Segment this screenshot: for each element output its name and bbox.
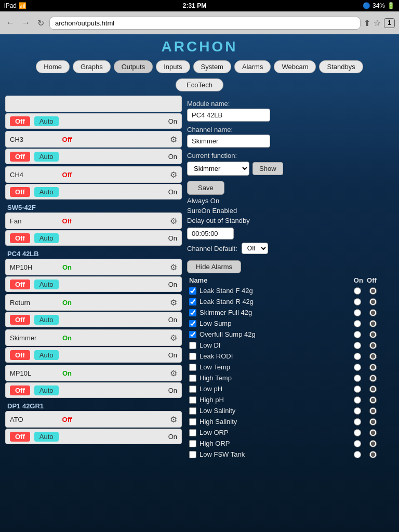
url-bar[interactable]: archon/outputs.html [49,17,361,30]
function-select[interactable]: Skimmer Return MP10H MP10L Fan ATO [187,162,249,176]
nav-home[interactable]: Home [36,60,70,73]
ctrl-off-return[interactable]: Off [10,315,30,325]
mp10h-gear-icon[interactable]: ⚙ [170,262,177,272]
fan-gear-icon[interactable]: ⚙ [170,216,177,226]
alarm-checkbox-1[interactable] [189,298,196,305]
alarm-off-radio-11[interactable] [369,407,377,415]
alarm-checkbox-0[interactable] [189,287,196,295]
ctrl-auto-ch3[interactable]: Auto [34,152,59,162]
alarm-off-radio-5[interactable] [369,342,377,349]
alarm-off-radio-10[interactable] [369,396,377,404]
ctrl-off-ch3[interactable]: Off [10,152,30,162]
alarm-on-radio-10[interactable] [354,396,361,404]
back-button[interactable]: ← [4,17,17,29]
ctrl-auto-return[interactable]: Auto [34,315,59,325]
module-name-input[interactable] [187,109,270,122]
alarm-on-radio-3[interactable] [354,320,361,327]
tab-count[interactable]: 1 [384,18,395,28]
alarm-on-radio-7[interactable] [354,364,361,371]
return-gear-icon[interactable]: ⚙ [170,298,177,308]
ctrl-off-fan[interactable]: Off [10,233,30,243]
alarm-off-radio-0[interactable] [369,287,377,295]
nav-webcam[interactable]: Webcam [274,60,316,73]
alarm-off-radio-6[interactable] [369,353,377,360]
alarm-checkbox-3[interactable] [189,320,196,327]
ctrl-on-ato[interactable]: On [168,433,177,441]
mp10l-gear-icon[interactable]: ⚙ [170,368,177,378]
skimmer-gear-icon[interactable]: ⚙ [170,333,177,343]
ctrl-off-skimmer[interactable]: Off [10,350,30,360]
nav-alarms[interactable]: Alarms [234,60,271,73]
bookmark-button[interactable]: ☆ [374,18,381,28]
alarm-on-radio-9[interactable] [354,385,361,393]
alarm-checkbox-8[interactable] [189,375,196,382]
ctrl-auto-mp10h[interactable]: Auto [34,280,59,289]
alarm-off-radio-2[interactable] [369,309,377,316]
nav-system[interactable]: System [193,60,231,73]
channel-name-input[interactable] [187,135,270,148]
alarm-on-radio-14[interactable] [354,440,361,447]
ctrl-off-mp10h[interactable]: Off [10,280,30,289]
reload-button[interactable]: ↻ [35,17,46,29]
ctrl-auto-0[interactable]: Auto [34,116,59,126]
show-button[interactable]: Show [252,162,283,175]
forward-button[interactable]: → [20,17,32,29]
alarm-on-radio-13[interactable] [354,429,361,436]
delay-time-input[interactable] [187,228,234,240]
alarm-on-radio-15[interactable] [354,451,361,458]
nav-standbys[interactable]: Standbys [319,60,363,73]
nav-graphs[interactable]: Graphs [73,60,111,73]
alarm-on-radio-1[interactable] [354,298,361,305]
alarm-off-radio-13[interactable] [369,429,377,436]
alarm-checkbox-12[interactable] [189,418,196,425]
alarm-on-radio-2[interactable] [354,309,361,316]
alarm-off-radio-12[interactable] [369,418,377,425]
ctrl-off-ch4[interactable]: Off [10,187,30,197]
alarm-off-radio-15[interactable] [369,451,377,458]
ctrl-on-ch4[interactable]: On [168,188,177,196]
alarm-checkbox-14[interactable] [189,440,196,447]
ctrl-auto-ato[interactable]: Auto [34,432,59,442]
alarm-off-radio-7[interactable] [369,364,377,371]
alarm-on-radio-5[interactable] [354,342,361,349]
alarm-off-radio-4[interactable] [369,331,377,338]
channel-default-select[interactable]: Off On [242,243,268,254]
ato-gear-icon[interactable]: ⚙ [170,415,177,424]
ctrl-off-ato[interactable]: Off [10,432,30,442]
ch3-gear-icon[interactable]: ⚙ [170,135,177,144]
ctrl-on-ch3[interactable]: On [168,153,177,161]
alarm-checkbox-13[interactable] [189,429,196,436]
save-button[interactable]: Save [187,181,224,195]
alarm-checkbox-15[interactable] [189,451,196,458]
alarm-checkbox-11[interactable] [189,407,196,415]
alarm-checkbox-4[interactable] [189,331,196,338]
ctrl-off-mp10l[interactable]: Off [10,385,30,395]
alarm-on-radio-12[interactable] [354,418,361,425]
alarm-off-radio-3[interactable] [369,320,377,327]
ctrl-on-mp10h[interactable]: On [168,281,177,288]
alarm-checkbox-9[interactable] [189,385,196,393]
nav-ecotech[interactable]: EcoTech [176,78,223,91]
ctrl-auto-fan[interactable]: Auto [34,233,59,243]
ctrl-on-fan[interactable]: On [168,234,177,242]
ctrl-auto-skimmer[interactable]: Auto [34,350,59,360]
ctrl-on-skimmer[interactable]: On [168,351,177,359]
nav-inputs[interactable]: Inputs [156,60,190,73]
ctrl-auto-ch4[interactable]: Auto [34,187,59,197]
alarm-checkbox-10[interactable] [189,396,196,404]
alarm-checkbox-6[interactable] [189,353,196,360]
alarm-on-radio-8[interactable] [354,375,361,382]
alarm-checkbox-2[interactable] [189,309,196,316]
alarm-on-radio-4[interactable] [354,331,361,338]
alarm-on-radio-11[interactable] [354,407,361,415]
ctrl-on-mp10l[interactable]: On [168,387,177,394]
ctrl-auto-mp10l[interactable]: Auto [34,385,59,395]
ctrl-on-return[interactable]: On [168,316,177,324]
share-button[interactable]: ⬆ [364,18,370,28]
alarm-on-radio-6[interactable] [354,353,361,360]
alarm-on-radio-0[interactable] [354,287,361,295]
alarm-off-radio-1[interactable] [369,298,377,305]
hide-alarms-button[interactable]: Hide Alarms [187,260,241,273]
ctrl-on-0[interactable]: On [168,117,177,125]
alarm-off-radio-9[interactable] [369,385,377,393]
